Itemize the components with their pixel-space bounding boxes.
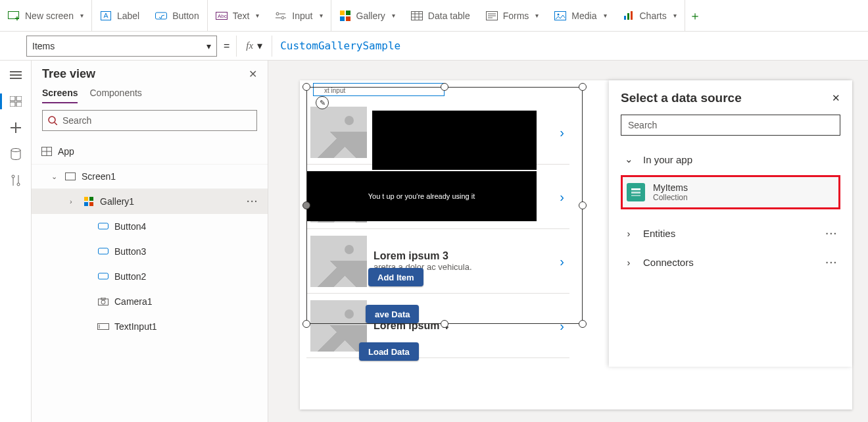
search-icon (48, 116, 57, 125)
ds-item-sublabel: Collection (653, 193, 688, 202)
svg-rect-14 (411, 11, 422, 20)
chevron-down-icon: ⌄ (51, 172, 59, 181)
textinput-icon (97, 323, 109, 330)
node-label: App (58, 146, 74, 157)
svg-point-5 (276, 13, 279, 15)
resize-handle[interactable] (441, 320, 448, 328)
tree-node-app[interactable]: App (32, 139, 268, 164)
forms-button[interactable]: Forms ▾ (478, 0, 547, 31)
text-button[interactable]: Abc Text ▾ (208, 0, 268, 31)
tree-node-button2[interactable]: Button2 (32, 264, 268, 289)
search-placeholder: Search (62, 115, 91, 126)
more-icon[interactable]: ··· (825, 228, 838, 239)
tab-components[interactable]: Components (89, 88, 141, 103)
ds-section-in-your-app[interactable]: ⌄ In your app (621, 145, 840, 174)
gallery-label: Gallery (356, 11, 385, 21)
chevron-down-icon: ⌄ (623, 153, 634, 165)
svg-rect-10 (340, 11, 345, 15)
more-icon[interactable]: ··· (825, 257, 838, 268)
fx-button[interactable]: fx ▾ (236, 36, 272, 57)
button-icon (97, 248, 109, 255)
load-data-button[interactable]: Load Data (359, 342, 419, 361)
tab-screens[interactable]: Screens (42, 88, 78, 103)
node-label: Button4 (114, 221, 146, 232)
close-icon[interactable]: ✕ (249, 68, 257, 80)
canvas[interactable]: Lorem ipsum 1 sit amet, › metus, tincidu… (268, 61, 868, 422)
svg-rect-11 (346, 11, 350, 15)
hamburger-icon[interactable] (9, 68, 22, 82)
resize-handle[interactable] (302, 201, 310, 209)
input-button[interactable]: Input ▾ (267, 0, 330, 31)
text-label: Text (233, 11, 250, 21)
gallery-button[interactable]: Gallery ▾ (331, 0, 403, 31)
save-data-button[interactable]: ave Data (366, 305, 419, 323)
label-button[interactable]: Label (92, 0, 147, 31)
svg-rect-63 (631, 195, 640, 196)
resize-handle[interactable] (579, 83, 587, 91)
insert-icon[interactable] (9, 121, 22, 134)
resize-handle[interactable] (302, 320, 310, 328)
new-screen-button[interactable]: New screen ▾ (0, 0, 91, 31)
ds-search-input[interactable]: Search (621, 115, 840, 136)
app-icon (41, 147, 53, 156)
add-icon-button[interactable]: ＋ (685, 0, 705, 31)
button-icon (155, 10, 167, 22)
chevron-down-icon: ▾ (257, 40, 262, 52)
resize-handle[interactable] (579, 201, 587, 209)
label-label: Label (117, 11, 139, 21)
tree-node-button3[interactable]: Button3 (32, 239, 268, 264)
ds-section-label: Entities (643, 228, 675, 239)
fx-icon: fx (246, 40, 253, 51)
svg-text:Abc: Abc (218, 13, 227, 19)
resize-handle[interactable] (579, 320, 587, 328)
add-item-button[interactable]: Add Item (368, 268, 423, 286)
ds-item-myitems[interactable]: MyItems Collection (621, 175, 840, 209)
button-icon (97, 273, 109, 280)
svg-rect-54 (99, 273, 108, 279)
plus-icon: ＋ (689, 10, 701, 22)
media-button[interactable]: Media ▾ (546, 0, 614, 31)
tree-search-input[interactable]: Search (42, 110, 257, 131)
ribbon-toolbar: New screen ▾ Label Button Abc Text ▾ Inp… (0, 0, 868, 32)
svg-rect-51 (89, 202, 93, 206)
node-label: Screen1 (82, 171, 116, 182)
tree-view-icon[interactable] (9, 95, 22, 108)
property-value: Items (32, 41, 55, 51)
chevron-down-icon: ▾ (206, 41, 211, 51)
tree-node-screen1[interactable]: ⌄ Screen1 (32, 164, 268, 189)
charts-button[interactable]: Charts ▾ (615, 0, 685, 31)
ds-section-entities[interactable]: › Entities ··· (621, 219, 840, 248)
close-icon[interactable]: ✕ (832, 92, 840, 104)
gallery-icon (83, 197, 95, 206)
svg-rect-25 (624, 16, 626, 20)
ds-item-label: MyItems (653, 182, 688, 193)
media-label: Media (571, 11, 596, 21)
svg-rect-47 (66, 173, 76, 180)
resize-handle[interactable] (441, 83, 448, 91)
ds-section-connectors[interactable]: › Connectors ··· (621, 248, 840, 277)
search-placeholder: Search (628, 120, 657, 130)
formula-bar: Items ▾ = fx ▾ CustomGallerySample (0, 32, 868, 61)
resize-handle[interactable] (302, 83, 310, 91)
data-icon[interactable] (9, 147, 22, 161)
svg-rect-50 (84, 202, 88, 206)
svg-point-38 (12, 175, 14, 178)
formula-input[interactable]: CustomGallerySample (272, 40, 868, 52)
more-icon[interactable]: ··· (247, 196, 258, 207)
tree-node-camera1[interactable]: Camera1 (32, 289, 268, 314)
edit-pencil-icon[interactable]: ✎ (316, 96, 329, 109)
datatable-button[interactable]: Data table (403, 0, 478, 31)
tree-node-textinput1[interactable]: TextInput1 (32, 314, 268, 339)
node-label: Camera1 (114, 296, 153, 307)
svg-point-42 (49, 117, 55, 123)
tools-icon[interactable] (9, 174, 22, 187)
forms-icon (486, 10, 498, 22)
button-button[interactable]: Button (147, 0, 206, 31)
ds-section-label: In your app (643, 154, 692, 165)
tree-node-button4[interactable]: Button4 (32, 214, 268, 239)
tree-view-panel: Tree view ✕ Screens Components Search Ap… (32, 61, 268, 422)
property-selector[interactable]: Items ▾ (26, 36, 217, 57)
tree-node-gallery1[interactable]: › Gallery1 ··· (32, 189, 268, 214)
datatable-label: Data table (428, 11, 470, 21)
svg-rect-49 (89, 197, 93, 201)
